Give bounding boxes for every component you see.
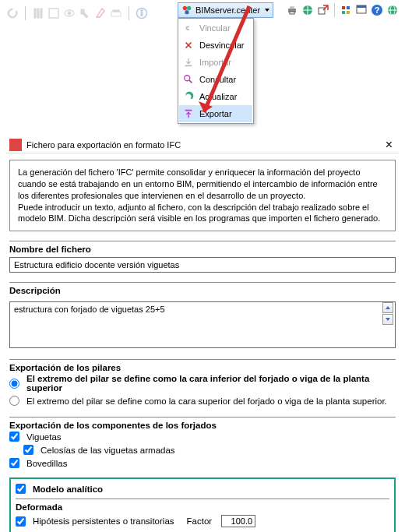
windows-icon[interactable] xyxy=(355,4,368,16)
menu-item-vincular[interactable]: Vincular xyxy=(179,19,252,37)
menu-item-desvincular[interactable]: Desvincular xyxy=(179,37,252,54)
radio-pilar-inferior-label: El extremo del pilar se define como la c… xyxy=(26,374,396,393)
bim-dropdown-menu: Vincular Desvincular Importar Consultar … xyxy=(178,18,254,124)
printer-icon[interactable] xyxy=(286,4,298,16)
svg-rect-3 xyxy=(49,9,58,18)
check-bovedillas[interactable] xyxy=(9,458,19,468)
check-modelo-analitico[interactable] xyxy=(16,484,26,494)
svg-rect-22 xyxy=(347,11,350,14)
unlink-icon xyxy=(182,39,195,51)
close-icon[interactable]: × xyxy=(382,139,396,151)
menu-label: Consultar xyxy=(199,75,236,84)
menu-label: Desvincular xyxy=(199,41,244,50)
external-link-icon[interactable] xyxy=(317,4,329,16)
bim-logo-icon xyxy=(181,5,192,16)
hipotesis-label: Hipótesis persistentes o transitorias xyxy=(33,516,174,526)
check-viguetas[interactable] xyxy=(9,432,19,442)
tool2-icon[interactable] xyxy=(48,7,60,19)
dialog-title: Fichero para exportación en formato IFC xyxy=(26,140,181,150)
svg-rect-6 xyxy=(111,12,121,16)
svg-point-13 xyxy=(185,10,188,14)
menu-item-importar[interactable]: Importar xyxy=(179,54,252,71)
chevron-down-icon xyxy=(265,9,269,12)
svg-rect-31 xyxy=(185,110,192,111)
svg-rect-29 xyxy=(185,65,192,67)
menu-item-consultar[interactable]: Consultar xyxy=(179,71,252,88)
svg-rect-0 xyxy=(34,9,36,18)
export-icon xyxy=(182,107,195,120)
bimserver-center-button[interactable]: BIMserver.center xyxy=(178,2,273,18)
menu-item-exportar[interactable]: Exportar xyxy=(179,105,252,122)
check-celosias-label: Celosías de las viguetas armadas xyxy=(40,446,175,455)
info-icon[interactable] xyxy=(136,7,148,19)
menu-label: Exportar xyxy=(199,109,232,118)
svg-rect-2 xyxy=(40,9,42,18)
link-icon xyxy=(182,22,195,34)
menu-label: Actualizar xyxy=(199,92,237,101)
svg-rect-19 xyxy=(342,6,345,9)
nombre-label: Nombre del fichero xyxy=(9,241,396,254)
nombre-input[interactable] xyxy=(9,257,396,273)
svg-text:?: ? xyxy=(375,5,380,15)
deformada-label: Deformada xyxy=(16,499,389,512)
svg-rect-20 xyxy=(347,6,350,9)
spinner-down-icon[interactable] xyxy=(382,314,393,325)
tool6-icon[interactable] xyxy=(110,7,122,19)
spinner-up-icon[interactable] xyxy=(382,302,393,313)
check-viguetas-label: Viguetas xyxy=(26,432,62,442)
svg-point-11 xyxy=(183,6,187,10)
tool1-icon[interactable] xyxy=(32,7,44,19)
menu-label: Vincular xyxy=(199,23,231,33)
svg-point-30 xyxy=(185,76,190,81)
bimserver-label: BIMserver.center xyxy=(195,5,260,15)
menu-item-actualizar[interactable]: Actualizar xyxy=(179,88,252,105)
refresh-small-icon[interactable] xyxy=(6,7,19,19)
componentes-label: Exportación de los componentes de los fo… xyxy=(9,417,396,430)
globe-icon[interactable] xyxy=(386,4,399,16)
svg-rect-15 xyxy=(290,6,294,9)
tool4-icon[interactable] xyxy=(79,7,91,19)
dialog-titlebar: Fichero para exportación en formato IFC … xyxy=(6,137,399,153)
modelo-analitico-group: Modelo analítico Deformada Hipótesis per… xyxy=(9,477,396,532)
svg-rect-7 xyxy=(113,10,119,12)
svg-rect-9 xyxy=(141,12,143,16)
svg-rect-1 xyxy=(37,9,39,18)
svg-rect-21 xyxy=(342,11,345,14)
eye-icon[interactable] xyxy=(63,7,76,19)
query-icon xyxy=(182,73,195,86)
radio-pilar-inferior[interactable] xyxy=(9,379,19,389)
svg-rect-10 xyxy=(141,10,143,12)
tool5-icon[interactable] xyxy=(94,7,107,19)
svg-rect-16 xyxy=(290,12,294,14)
import-icon xyxy=(182,56,195,69)
pilares-label: Exportación de los pilares xyxy=(9,359,396,372)
info-text: La generación del fichero 'IFC' permite … xyxy=(18,167,380,223)
descripcion-label: Descripción xyxy=(9,282,396,295)
check-bovedillas-label: Bovedillas xyxy=(26,459,67,468)
svg-point-5 xyxy=(68,12,71,15)
refresh-icon xyxy=(182,90,195,103)
factor-label: Factor xyxy=(187,516,213,526)
check-celosias[interactable] xyxy=(23,445,33,455)
settings-icon[interactable] xyxy=(340,4,352,16)
app-icon xyxy=(9,139,22,151)
descripcion-input[interactable] xyxy=(9,301,396,348)
toolbar-right-group: ? xyxy=(286,3,399,17)
help-icon[interactable]: ? xyxy=(371,4,383,16)
radio-pilar-superior[interactable] xyxy=(9,396,19,406)
svg-point-12 xyxy=(187,6,191,10)
info-box: La generación del fichero 'IFC' permite … xyxy=(9,160,396,231)
menu-label: Importar xyxy=(199,58,231,67)
svg-rect-24 xyxy=(357,5,366,8)
radio-pilar-superior-label: El extremo del pilar se define como la c… xyxy=(26,396,387,406)
globe-handshake-icon[interactable] xyxy=(301,4,314,16)
ifc-export-dialog: Fichero para exportación en formato IFC … xyxy=(6,137,399,532)
modelo-analitico-label: Modelo analítico xyxy=(33,484,103,494)
check-hipotesis[interactable] xyxy=(16,516,26,527)
factor-input[interactable] xyxy=(221,515,255,527)
